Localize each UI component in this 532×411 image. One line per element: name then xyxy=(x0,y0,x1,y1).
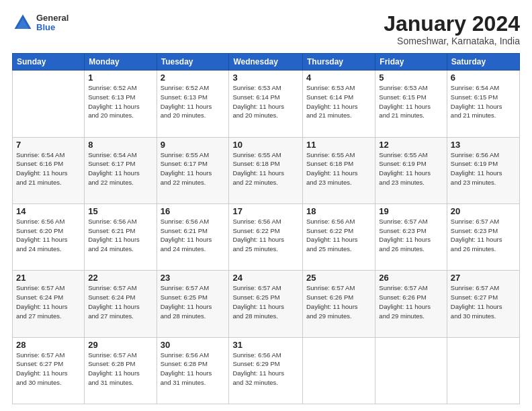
page: General Blue January 2024 Someshwar, Kar… xyxy=(0,0,532,411)
calendar-cell: 17Sunrise: 6:56 AM Sunset: 6:22 PM Dayli… xyxy=(229,203,303,270)
calendar-cell xyxy=(447,337,519,404)
day-number: 17 xyxy=(232,206,299,216)
weekday-header: Friday xyxy=(375,54,447,71)
calendar-cell: 31Sunrise: 6:56 AM Sunset: 6:29 PM Dayli… xyxy=(229,337,303,404)
day-number: 7 xyxy=(16,140,81,150)
calendar-cell: 22Sunrise: 6:57 AM Sunset: 6:24 PM Dayli… xyxy=(85,271,157,337)
day-info: Sunrise: 6:56 AM Sunset: 6:20 PM Dayligh… xyxy=(16,217,81,254)
day-info: Sunrise: 6:53 AM Sunset: 6:14 PM Dayligh… xyxy=(232,83,299,120)
day-number: 5 xyxy=(379,73,443,83)
day-number: 21 xyxy=(16,273,81,283)
weekday-header: Sunday xyxy=(13,54,85,71)
day-number: 27 xyxy=(451,273,516,283)
calendar-cell: 27Sunrise: 6:57 AM Sunset: 6:27 PM Dayli… xyxy=(447,271,519,337)
day-number: 31 xyxy=(232,340,299,350)
day-number: 23 xyxy=(161,273,226,283)
logo-icon xyxy=(12,12,34,34)
day-number: 16 xyxy=(161,206,226,216)
day-info: Sunrise: 6:55 AM Sunset: 6:19 PM Dayligh… xyxy=(379,150,443,187)
weekday-header: Tuesday xyxy=(157,54,229,71)
day-info: Sunrise: 6:57 AM Sunset: 6:24 PM Dayligh… xyxy=(16,283,81,320)
day-info: Sunrise: 6:53 AM Sunset: 6:14 PM Dayligh… xyxy=(306,83,371,120)
calendar-cell: 28Sunrise: 6:57 AM Sunset: 6:27 PM Dayli… xyxy=(13,337,85,404)
calendar-cell: 6Sunrise: 6:54 AM Sunset: 6:15 PM Daylig… xyxy=(447,71,519,137)
calendar-cell: 13Sunrise: 6:56 AM Sunset: 6:19 PM Dayli… xyxy=(447,137,519,203)
day-number: 8 xyxy=(88,140,152,150)
calendar-cell: 2Sunrise: 6:52 AM Sunset: 6:13 PM Daylig… xyxy=(157,71,229,137)
day-info: Sunrise: 6:57 AM Sunset: 6:23 PM Dayligh… xyxy=(379,217,443,254)
calendar-cell: 4Sunrise: 6:53 AM Sunset: 6:14 PM Daylig… xyxy=(303,71,375,137)
calendar-cell: 30Sunrise: 6:56 AM Sunset: 6:28 PM Dayli… xyxy=(157,337,229,404)
calendar-cell: 15Sunrise: 6:56 AM Sunset: 6:21 PM Dayli… xyxy=(85,203,157,270)
calendar-week-row: 28Sunrise: 6:57 AM Sunset: 6:27 PM Dayli… xyxy=(13,337,520,404)
calendar-cell: 29Sunrise: 6:57 AM Sunset: 6:28 PM Dayli… xyxy=(85,337,157,404)
day-number: 18 xyxy=(306,206,371,216)
calendar-cell: 14Sunrise: 6:56 AM Sunset: 6:20 PM Dayli… xyxy=(13,203,85,270)
day-info: Sunrise: 6:52 AM Sunset: 6:13 PM Dayligh… xyxy=(161,83,226,120)
day-number: 25 xyxy=(306,273,371,283)
calendar-cell: 16Sunrise: 6:56 AM Sunset: 6:21 PM Dayli… xyxy=(157,203,229,270)
calendar-week-row: 21Sunrise: 6:57 AM Sunset: 6:24 PM Dayli… xyxy=(13,271,520,337)
day-info: Sunrise: 6:56 AM Sunset: 6:22 PM Dayligh… xyxy=(306,217,371,254)
day-info: Sunrise: 6:55 AM Sunset: 6:17 PM Dayligh… xyxy=(161,150,226,187)
calendar-cell: 19Sunrise: 6:57 AM Sunset: 6:23 PM Dayli… xyxy=(375,203,447,270)
calendar-week-row: 14Sunrise: 6:56 AM Sunset: 6:20 PM Dayli… xyxy=(13,203,520,270)
day-info: Sunrise: 6:57 AM Sunset: 6:25 PM Dayligh… xyxy=(161,283,226,320)
month-title: January 2024 xyxy=(384,12,520,36)
day-number: 2 xyxy=(161,73,226,83)
day-number: 3 xyxy=(232,73,299,83)
weekday-header: Saturday xyxy=(447,54,519,71)
logo-general: General xyxy=(36,13,69,23)
weekday-header: Wednesday xyxy=(229,54,303,71)
logo-text: General Blue xyxy=(36,13,69,33)
day-info: Sunrise: 6:54 AM Sunset: 6:15 PM Dayligh… xyxy=(451,83,516,120)
calendar-header-row: SundayMondayTuesdayWednesdayThursdayFrid… xyxy=(13,54,520,71)
calendar-cell: 9Sunrise: 6:55 AM Sunset: 6:17 PM Daylig… xyxy=(157,137,229,203)
day-info: Sunrise: 6:56 AM Sunset: 6:21 PM Dayligh… xyxy=(161,217,226,254)
calendar-cell: 7Sunrise: 6:54 AM Sunset: 6:16 PM Daylig… xyxy=(13,137,85,203)
day-number: 15 xyxy=(88,206,152,216)
day-number: 26 xyxy=(379,273,443,283)
day-number: 29 xyxy=(88,340,152,350)
title-block: January 2024 Someshwar, Karnataka, India xyxy=(384,12,520,46)
calendar-cell xyxy=(13,71,85,137)
day-number: 14 xyxy=(16,206,81,216)
day-info: Sunrise: 6:54 AM Sunset: 6:16 PM Dayligh… xyxy=(16,150,81,187)
calendar-cell: 3Sunrise: 6:53 AM Sunset: 6:14 PM Daylig… xyxy=(229,71,303,137)
calendar-week-row: 7Sunrise: 6:54 AM Sunset: 6:16 PM Daylig… xyxy=(13,137,520,203)
weekday-header: Monday xyxy=(85,54,157,71)
calendar-table: SundayMondayTuesdayWednesdayThursdayFrid… xyxy=(12,53,520,404)
day-number: 6 xyxy=(451,73,516,83)
day-info: Sunrise: 6:53 AM Sunset: 6:15 PM Dayligh… xyxy=(379,83,443,120)
calendar-cell: 11Sunrise: 6:55 AM Sunset: 6:18 PM Dayli… xyxy=(303,137,375,203)
calendar-cell: 23Sunrise: 6:57 AM Sunset: 6:25 PM Dayli… xyxy=(157,271,229,337)
calendar-cell: 25Sunrise: 6:57 AM Sunset: 6:26 PM Dayli… xyxy=(303,271,375,337)
calendar-cell: 24Sunrise: 6:57 AM Sunset: 6:25 PM Dayli… xyxy=(229,271,303,337)
day-info: Sunrise: 6:57 AM Sunset: 6:23 PM Dayligh… xyxy=(451,217,516,254)
calendar-cell: 21Sunrise: 6:57 AM Sunset: 6:24 PM Dayli… xyxy=(13,271,85,337)
day-info: Sunrise: 6:55 AM Sunset: 6:18 PM Dayligh… xyxy=(306,150,371,187)
calendar-cell: 5Sunrise: 6:53 AM Sunset: 6:15 PM Daylig… xyxy=(375,71,447,137)
day-number: 22 xyxy=(88,273,152,283)
day-number: 1 xyxy=(88,73,152,83)
day-info: Sunrise: 6:56 AM Sunset: 6:28 PM Dayligh… xyxy=(161,351,226,387)
calendar-cell: 10Sunrise: 6:55 AM Sunset: 6:18 PM Dayli… xyxy=(229,137,303,203)
day-info: Sunrise: 6:52 AM Sunset: 6:13 PM Dayligh… xyxy=(88,83,152,120)
day-number: 19 xyxy=(379,206,443,216)
day-info: Sunrise: 6:54 AM Sunset: 6:17 PM Dayligh… xyxy=(88,150,152,187)
calendar-cell: 12Sunrise: 6:55 AM Sunset: 6:19 PM Dayli… xyxy=(375,137,447,203)
day-info: Sunrise: 6:57 AM Sunset: 6:25 PM Dayligh… xyxy=(232,283,299,320)
day-info: Sunrise: 6:57 AM Sunset: 6:24 PM Dayligh… xyxy=(88,283,152,320)
subtitle: Someshwar, Karnataka, India xyxy=(384,36,520,46)
calendar-cell: 26Sunrise: 6:57 AM Sunset: 6:26 PM Dayli… xyxy=(375,271,447,337)
calendar-cell: 1Sunrise: 6:52 AM Sunset: 6:13 PM Daylig… xyxy=(85,71,157,137)
calendar-cell xyxy=(375,337,447,404)
day-info: Sunrise: 6:57 AM Sunset: 6:26 PM Dayligh… xyxy=(306,283,371,320)
day-info: Sunrise: 6:57 AM Sunset: 6:27 PM Dayligh… xyxy=(16,351,81,387)
day-number: 10 xyxy=(232,140,299,150)
day-info: Sunrise: 6:57 AM Sunset: 6:28 PM Dayligh… xyxy=(88,351,152,387)
day-number: 12 xyxy=(379,140,443,150)
calendar-week-row: 1Sunrise: 6:52 AM Sunset: 6:13 PM Daylig… xyxy=(13,71,520,137)
day-number: 28 xyxy=(16,340,81,350)
logo-blue: Blue xyxy=(36,23,69,32)
